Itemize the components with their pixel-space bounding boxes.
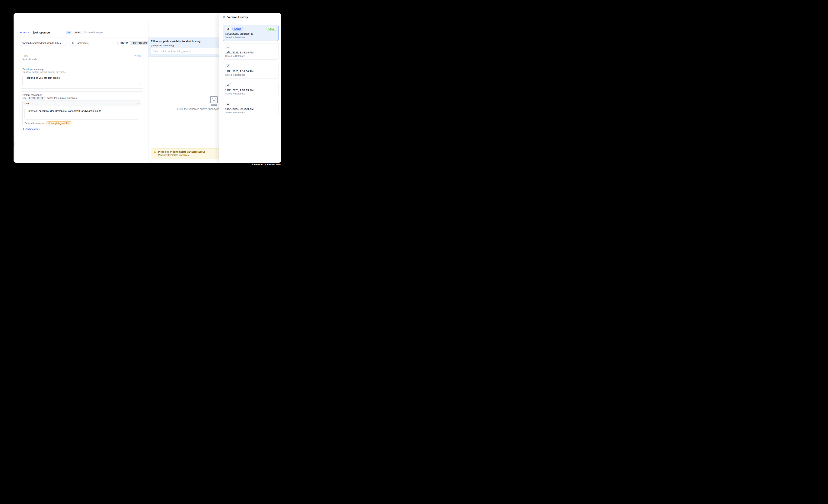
template-variable-chip-label: template_variables <box>51 122 70 125</box>
left-rail <box>13 21 15 163</box>
hint-prefix: Use <box>23 97 27 99</box>
latest-badge: Latest <box>233 27 243 31</box>
tools-empty-text: No tools added <box>23 58 141 60</box>
add-message-label: Add message <box>26 128 40 130</box>
add-tool-button[interactable]: Add <box>134 54 141 57</box>
variable-syntax-chip: {{variable}} <box>28 96 46 99</box>
page-title: jack-sparrow <box>33 31 50 34</box>
version-number-badge: v5 <box>225 27 231 31</box>
editor-toolbar: aws/anthropic/bedrock-claude-3-5-s... Pa… <box>19 40 91 46</box>
active-badge: Active <box>266 27 276 31</box>
version-list: v5 Latest Active 11/22/2025, 6:08:12 PM … <box>219 21 281 116</box>
editor-header: Back jack-sparrow v5 Draft Unsaved chang… <box>19 30 103 35</box>
toggle-dotprompt[interactable]: DOTPROMPT <box>131 41 150 45</box>
pencil-line-icon <box>48 122 50 124</box>
version-history-header: Version History <box>219 13 281 21</box>
version-history-panel: Version History v5 Latest Active 11/22/2… <box>219 13 281 163</box>
role-select[interactable]: User <box>25 102 33 105</box>
version-number-badge: v1 <box>225 102 231 106</box>
prompt-messages-title: Prompt messages <box>23 93 141 96</box>
toggle-pretty[interactable]: PRETTY <box>117 41 131 45</box>
version-badge: v5 <box>66 31 72 34</box>
developer-message-card: Developer message Optional system instru… <box>19 66 144 89</box>
drag-handle-icon[interactable] <box>137 102 139 105</box>
chevron-down-icon <box>62 42 65 44</box>
watermark-text: Screenshot by Xnapper.com <box>251 163 281 165</box>
app-window: Back jack-sparrow v5 Draft Unsaved chang… <box>13 13 281 163</box>
message-role-header: User <box>23 101 141 106</box>
version-number-badge: v2 <box>225 83 231 87</box>
draft-badge: Draft <box>74 31 82 34</box>
screenshot-canvas: Back jack-sparrow v5 Draft Unsaved chang… <box>0 0 295 179</box>
add-message-button[interactable]: Add message <box>23 128 40 130</box>
warning-title: Please fill in all template variables ab… <box>158 151 205 153</box>
version-card-v3[interactable]: v3 11/21/2025, 1:33:56 PM Saved to Datab… <box>222 62 279 79</box>
gear-icon <box>72 42 75 44</box>
developer-message-title: Developer message <box>23 68 141 71</box>
tools-title: Tools <box>23 54 28 57</box>
empty-state-text: Fill in the variables above, then type <box>177 108 219 111</box>
model-select-value: aws/anthropic/bedrock-claude-3-5-s... <box>22 42 62 44</box>
version-history-title: Version History <box>227 15 248 18</box>
role-select-value: User <box>25 102 30 105</box>
parameters-button[interactable]: Parameters <box>69 40 91 46</box>
version-card-v2[interactable]: v2 11/21/2025, 1:33:19 PM Saved to Datab… <box>222 81 279 97</box>
user-message-input[interactable]: Enter task specifics. Use {{template_var… <box>25 108 139 120</box>
prompt-message-block: User Enter task specifics. Use {{templat… <box>23 100 141 126</box>
version-number-badge: v4 <box>225 46 231 49</box>
version-card-v4[interactable]: v4 11/21/2025, 1:36:28 PM Saved to Datab… <box>222 43 279 60</box>
version-card-v5[interactable]: v5 Latest Active 11/22/2025, 6:08:12 PM … <box>222 25 279 41</box>
version-number-badge: v3 <box>225 65 231 68</box>
plus-icon <box>134 54 136 57</box>
unsaved-changes-text: Unsaved changes <box>84 31 103 34</box>
version-source: Saved to Database <box>225 74 276 76</box>
version-timestamp: 11/21/2025, 9:16:39 AM <box>225 108 276 111</box>
template-variable-chip[interactable]: template_variables <box>46 121 72 125</box>
format-toggle: PRETTY DOTPROMPT <box>117 41 150 45</box>
version-timestamp: 11/21/2025, 1:33:19 PM <box>225 89 276 92</box>
version-timestamp: 11/21/2025, 1:33:56 PM <box>225 70 276 73</box>
version-source: Saved to Database <box>225 55 276 57</box>
version-source: Saved to Database <box>225 36 276 39</box>
prompt-messages-hint: Use {{variable}} syntax for template var… <box>23 96 141 99</box>
back-button[interactable]: Back <box>19 31 29 34</box>
bot-face-icon <box>209 96 219 107</box>
developer-message-input[interactable]: Respond as you are tom cruise <box>23 75 141 86</box>
model-select[interactable]: aws/anthropic/bedrock-claude-3-5-s... <box>19 40 67 46</box>
close-icon[interactable] <box>222 15 225 18</box>
warning-missing-text: Missing: {{template_variables}} <box>158 154 205 156</box>
version-timestamp: 11/21/2025, 1:36:28 PM <box>225 51 276 54</box>
back-label: Back <box>23 31 29 34</box>
detected-variables-label: Detected variables: <box>25 122 45 125</box>
parameters-label: Parameters <box>76 42 88 44</box>
plus-icon <box>23 128 25 130</box>
developer-message-subtitle: Optional system instructions for the mod… <box>23 71 141 73</box>
hint-suffix: syntax for template variables <box>47 97 77 99</box>
arrow-left-icon <box>19 31 22 34</box>
version-timestamp: 11/22/2025, 6:08:12 PM <box>225 32 276 35</box>
chevron-down-icon <box>31 102 33 104</box>
prompt-messages-card: Prompt messages Use {{variable}} syntax … <box>19 91 144 131</box>
version-source: Saved to Database <box>225 111 276 114</box>
detected-variables-row: Detected variables: template_variables <box>23 121 141 126</box>
tools-card: Tools Add No tools added <box>19 52 144 63</box>
add-tool-label: Add <box>137 54 141 57</box>
version-card-v1[interactable]: v1 11/21/2025, 9:16:39 AM Saved to Datab… <box>222 100 279 116</box>
version-source: Saved to Database <box>225 92 276 95</box>
warning-triangle-icon <box>153 151 156 157</box>
sidebar-indicator[interactable] <box>13 141 14 147</box>
